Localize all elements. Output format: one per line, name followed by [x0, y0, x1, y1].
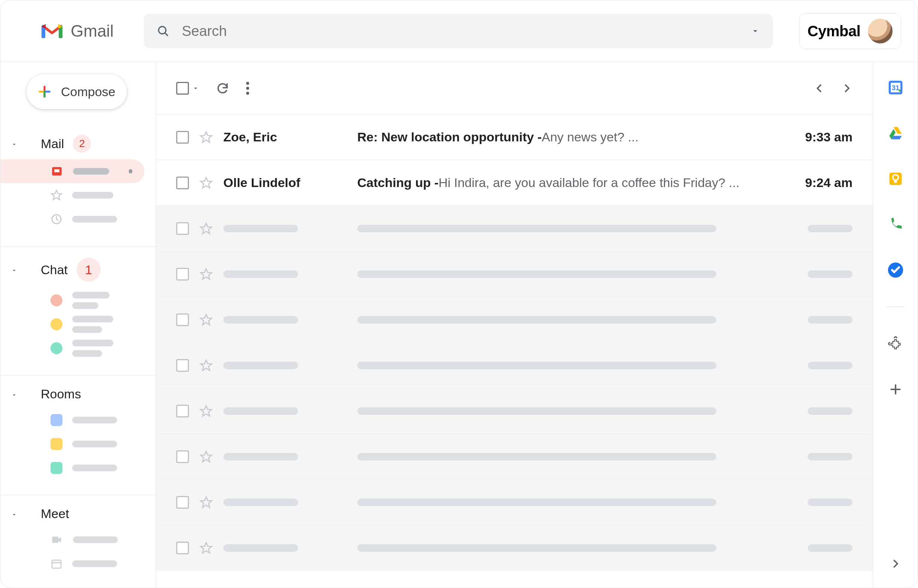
compose-button[interactable]: Compose: [27, 74, 127, 109]
email-checkbox[interactable]: [176, 359, 189, 372]
next-page-button[interactable]: [841, 83, 853, 94]
sidebar-item-snoozed[interactable]: [0, 207, 144, 231]
email-checkbox[interactable]: [176, 496, 189, 509]
email-row-placeholder: [156, 525, 873, 571]
avatar[interactable]: [868, 19, 892, 44]
chat-contact[interactable]: [0, 288, 144, 312]
meet-join-meeting[interactable]: [0, 552, 144, 576]
divider: [0, 246, 156, 247]
presence-dot-icon: [50, 294, 63, 306]
search-icon[interactable]: [156, 24, 170, 38]
room-color-icon: [50, 438, 63, 450]
placeholder-line: [72, 441, 117, 447]
placeholder-line: [357, 499, 782, 506]
email-checkbox[interactable]: [176, 313, 189, 326]
nav-header-meet[interactable]: Meet: [0, 503, 156, 525]
room-item[interactable]: [0, 408, 144, 432]
placeholder-line: [357, 453, 782, 460]
placeholder-stack: [72, 292, 110, 309]
email-sender: Olle Lindelof: [223, 175, 347, 190]
addons-button[interactable]: [887, 335, 905, 353]
star-icon[interactable]: [199, 359, 213, 372]
star-icon[interactable]: [199, 541, 213, 555]
chat-contact[interactable]: [0, 312, 144, 336]
email-list: Zoe, EricRe: New location opportunity - …: [156, 115, 873, 571]
email-checkbox[interactable]: [176, 131, 189, 144]
star-icon[interactable]: [199, 131, 213, 144]
nav-header-rooms[interactable]: Rooms: [0, 383, 156, 405]
email-row[interactable]: Olle LindelofCatching up - Hi Indira, ar…: [156, 160, 873, 206]
tasks-app-icon[interactable]: [887, 261, 905, 279]
email-row-placeholder: [156, 342, 873, 388]
email-checkbox[interactable]: [176, 268, 189, 281]
toolbar: [156, 62, 873, 115]
chevron-down-icon: [11, 141, 16, 146]
chat-contact[interactable]: [0, 336, 144, 360]
nav-header-mail[interactable]: Mail 2: [0, 131, 156, 156]
drive-app-icon[interactable]: [887, 124, 905, 142]
email-checkbox[interactable]: [176, 542, 189, 554]
email-checkbox[interactable]: [176, 222, 189, 235]
placeholder-line: [357, 225, 782, 232]
room-color-icon: [50, 462, 63, 474]
star-icon[interactable]: [199, 450, 213, 464]
star-icon[interactable]: [199, 313, 213, 326]
get-addons-button[interactable]: [887, 380, 905, 398]
refresh-button[interactable]: [216, 82, 230, 95]
placeholder-line: [793, 362, 853, 369]
email-checkbox[interactable]: [176, 450, 189, 463]
star-icon[interactable]: [199, 496, 213, 509]
collapse-panel-button[interactable]: [887, 555, 905, 573]
sidebar-item-inbox[interactable]: [0, 159, 144, 183]
voice-app-icon[interactable]: [887, 215, 905, 233]
sidebar: Compose Mail 2: [0, 62, 156, 588]
video-icon: [50, 533, 63, 546]
placeholder-line: [73, 168, 109, 174]
gmail-logo-icon: [42, 23, 63, 39]
more-button[interactable]: [246, 81, 249, 96]
unread-dot-icon: [129, 169, 133, 174]
svg-marker-25: [200, 451, 212, 462]
svg-text:31: 31: [891, 84, 899, 92]
placeholder-line: [793, 544, 853, 552]
brand[interactable]: Gmail: [42, 22, 114, 40]
keep-app-icon[interactable]: [887, 170, 905, 188]
calendar-app-icon[interactable]: 31: [887, 79, 905, 97]
meet-new-meeting[interactable]: [0, 528, 144, 552]
star-icon[interactable]: [199, 267, 213, 281]
placeholder-line: [793, 407, 853, 415]
divider: [887, 307, 905, 307]
email-row-placeholder: [156, 251, 873, 297]
placeholder-line: [357, 270, 782, 278]
sidebar-item-starred[interactable]: [0, 183, 144, 207]
select-all-checkbox[interactable]: [176, 82, 189, 95]
select-dropdown-icon[interactable]: [192, 84, 199, 92]
placeholder-stack: [72, 340, 113, 357]
email-checkbox[interactable]: [176, 405, 189, 417]
svg-point-17: [246, 92, 249, 95]
side-panel: 31: [873, 62, 918, 588]
email-row[interactable]: Zoe, EricRe: New location opportunity - …: [156, 115, 873, 160]
room-item[interactable]: [0, 432, 144, 456]
chat-badge: 1: [77, 258, 101, 282]
email-checkbox[interactable]: [176, 176, 189, 189]
placeholder-line: [793, 270, 853, 278]
search-input[interactable]: [182, 23, 739, 39]
svg-point-16: [246, 87, 249, 90]
nav-header-chat[interactable]: Chat 1: [0, 254, 156, 285]
placeholder-line: [223, 407, 347, 415]
room-item[interactable]: [0, 456, 144, 480]
star-icon[interactable]: [199, 222, 213, 235]
email-row-placeholder: [156, 297, 873, 342]
prev-page-button[interactable]: [814, 83, 825, 94]
account-switcher[interactable]: Cymbal: [799, 13, 902, 49]
placeholder-line: [223, 225, 347, 232]
placeholder-line: [357, 407, 782, 415]
star-icon[interactable]: [199, 176, 213, 190]
search-bar[interactable]: [144, 14, 773, 48]
svg-marker-21: [200, 268, 212, 279]
search-dropdown-icon[interactable]: [750, 26, 760, 36]
chevron-down-icon: [11, 392, 16, 397]
star-icon[interactable]: [199, 404, 213, 418]
svg-rect-9: [54, 169, 60, 173]
